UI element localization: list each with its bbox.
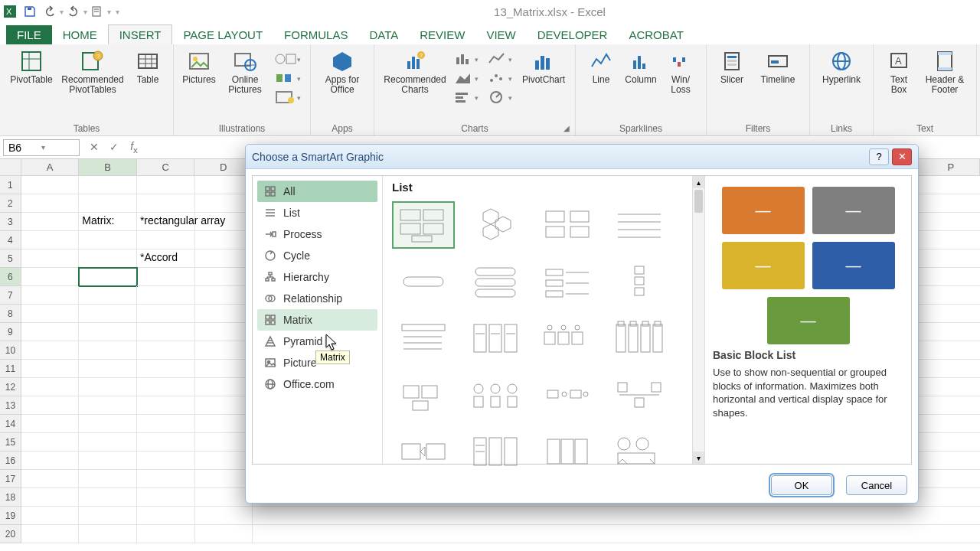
cell-A20[interactable] — [21, 525, 80, 543]
cell[interactable] — [253, 525, 980, 543]
cell-D13[interactable] — [195, 396, 253, 415]
category-pyramid[interactable]: Pyramid — [257, 331, 377, 352]
tab-insert[interactable]: INSERT — [108, 24, 173, 44]
smartart-thumb[interactable] — [464, 258, 527, 305]
smartart-thumb[interactable] — [392, 371, 455, 419]
cell-B12[interactable] — [79, 378, 137, 396]
cell-D9[interactable] — [195, 323, 253, 341]
tab-file[interactable]: FILE — [6, 25, 52, 44]
cell-A18[interactable] — [21, 488, 80, 507]
select-all-corner[interactable] — [0, 159, 21, 175]
category-relationship[interactable]: Relationship — [257, 288, 377, 309]
cell-B13[interactable] — [79, 396, 137, 415]
row-header[interactable]: 9 — [0, 323, 21, 341]
slicer-button[interactable]: Slicer — [713, 47, 751, 86]
category-list[interactable]: List — [257, 202, 377, 223]
tab-formulas[interactable]: FORMULAS — [273, 25, 358, 44]
pivotchart-button[interactable]: PivotChart — [518, 47, 569, 86]
row-header[interactable]: 3 — [0, 213, 21, 231]
cell-B9[interactable] — [79, 323, 137, 341]
cell-D1[interactable] — [195, 176, 253, 194]
sparkline-winloss-button[interactable]: Win/ Loss — [662, 47, 700, 96]
cell-A11[interactable] — [21, 360, 80, 378]
cell-D2[interactable] — [195, 194, 253, 213]
recommended-pivottables-button[interactable]: ?Recommended PivotTables — [58, 47, 127, 96]
row-header[interactable]: 20 — [0, 525, 21, 543]
row-header[interactable]: 2 — [0, 194, 21, 213]
cell-D15[interactable] — [195, 433, 253, 452]
save-icon[interactable] — [23, 5, 37, 18]
charts-dialog-launcher-icon[interactable]: ◢ — [564, 124, 573, 133]
cell-C14[interactable] — [137, 415, 195, 433]
cell-A4[interactable] — [21, 231, 80, 249]
cell-C15[interactable] — [137, 433, 195, 452]
chart-type3-button[interactable]: ▾ — [451, 89, 483, 106]
header-footer-button[interactable]: Header & Footer — [920, 47, 970, 96]
cell-D14[interactable] — [195, 415, 253, 433]
cell-B16[interactable] — [79, 452, 137, 470]
cell-B1[interactable] — [79, 176, 137, 194]
cell-B20[interactable] — [79, 525, 137, 543]
row-header[interactable]: 12 — [0, 378, 21, 396]
cell-C9[interactable] — [137, 323, 195, 341]
cell-D6[interactable] — [195, 268, 253, 286]
shapes-mini-button[interactable]: ▾ — [272, 51, 304, 67]
textbox-button[interactable]: AText Box — [880, 47, 918, 96]
apps-for-office-button[interactable]: Apps for Office — [317, 47, 368, 96]
row-header[interactable]: 11 — [0, 360, 21, 378]
smartart-thumb[interactable] — [464, 201, 527, 249]
smartart-thumb[interactable] — [392, 201, 455, 249]
cell-D11[interactable] — [195, 360, 253, 378]
cell-D10[interactable] — [195, 341, 253, 360]
dialog-help-button[interactable]: ? — [869, 148, 889, 165]
cell-B17[interactable] — [79, 470, 137, 488]
cell-D7[interactable] — [195, 286, 253, 305]
row-header[interactable]: 6 — [0, 268, 21, 286]
cell-A13[interactable] — [21, 396, 80, 415]
tab-view[interactable]: VIEW — [475, 25, 526, 44]
cell-D5[interactable] — [195, 249, 253, 268]
smartart-thumb[interactable] — [392, 315, 455, 362]
cell-A14[interactable] — [21, 415, 80, 433]
cell-A3[interactable] — [21, 213, 80, 231]
smartart-thumb[interactable] — [536, 315, 599, 362]
cell-C6[interactable] — [137, 268, 195, 286]
timeline-button[interactable]: Timeline — [753, 47, 803, 86]
cell-B6[interactable] — [79, 268, 137, 286]
sparkline-line-button[interactable]: Line — [582, 47, 620, 86]
cell-A2[interactable] — [21, 194, 80, 213]
col-header-C[interactable]: C — [137, 159, 195, 175]
cell-C2[interactable] — [137, 194, 195, 213]
row-header[interactable]: 19 — [0, 507, 21, 525]
cell-C17[interactable] — [137, 470, 195, 488]
cell-B8[interactable] — [79, 305, 137, 323]
sparkline-col-button[interactable]: Column — [622, 47, 660, 86]
cell-A8[interactable] — [21, 305, 80, 323]
cell-B7[interactable] — [79, 286, 137, 305]
cell-C18[interactable] — [137, 488, 195, 507]
cell-D16[interactable] — [195, 452, 253, 470]
recommended-charts-button[interactable]: ?Recommended Charts — [381, 47, 449, 96]
cell-C16[interactable] — [137, 452, 195, 470]
cell-C8[interactable] — [137, 305, 195, 323]
cancel-button[interactable]: Cancel — [846, 475, 907, 495]
tab-developer[interactable]: DEVELOPER — [527, 25, 619, 44]
cell-D4[interactable] — [195, 231, 253, 249]
row-header[interactable]: 14 — [0, 415, 21, 433]
cell-C12[interactable] — [137, 378, 195, 396]
row-header[interactable]: 18 — [0, 488, 21, 507]
cell-C10[interactable] — [137, 341, 195, 360]
qat-more-icon[interactable] — [90, 5, 104, 18]
row-header[interactable]: 17 — [0, 470, 21, 488]
category-all[interactable]: All — [257, 181, 377, 202]
cell-D8[interactable] — [195, 305, 253, 323]
cell-C3[interactable]: *rectangular array — [137, 213, 195, 231]
cell-B4[interactable] — [79, 231, 137, 249]
cell-C5[interactable]: *Accord — [137, 249, 195, 268]
cell-A10[interactable] — [21, 341, 80, 360]
cell-A19[interactable] — [21, 507, 80, 525]
cell-B19[interactable] — [79, 507, 137, 525]
category-office[interactable]: Office.com — [257, 373, 377, 395]
smartart-thumb[interactable] — [464, 428, 527, 475]
row-header[interactable]: 13 — [0, 396, 21, 415]
